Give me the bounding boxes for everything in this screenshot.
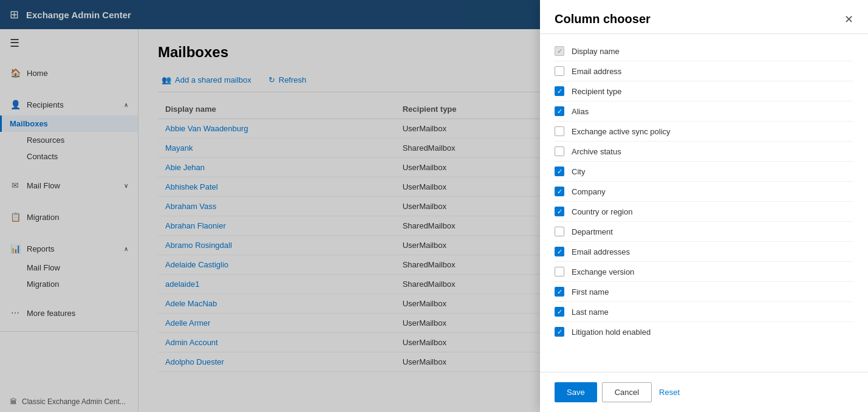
- cc-label-recipient-type: Recipient type: [572, 87, 621, 96]
- cc-label-last-name: Last name: [572, 307, 609, 317]
- cc-checkbox-recipient-type[interactable]: [555, 86, 564, 96]
- cc-checkbox-city[interactable]: [555, 167, 564, 176]
- cc-checkbox-archive-status[interactable]: [555, 146, 564, 156]
- cc-item: Archive status: [555, 142, 853, 162]
- cc-item: Email addresses: [555, 242, 853, 262]
- cc-label-email-address: Email address: [572, 67, 621, 76]
- cc-item: Alias: [555, 101, 853, 122]
- cc-header: Column chooser ✕: [540, 29, 868, 34]
- cc-label-department: Department: [572, 227, 613, 236]
- cc-checkbox-litigation-hold-enabled[interactable]: [555, 327, 564, 337]
- cc-checkbox-last-name[interactable]: [555, 307, 564, 317]
- column-chooser-panel: Column chooser ✕ Display name Email addr…: [540, 29, 868, 412]
- cc-checkbox-department[interactable]: [555, 227, 564, 236]
- cc-item: Exchange version: [555, 262, 853, 282]
- cc-item: Display name: [555, 41, 853, 61]
- cc-item: Litigation hold enabled: [555, 322, 853, 342]
- cc-label-exchange-version: Exchange version: [572, 267, 634, 276]
- cc-item: Company: [555, 182, 853, 202]
- cc-label-alias: Alias: [572, 107, 589, 116]
- cc-label-display-name: Display name: [572, 47, 620, 56]
- cc-item: Country or region: [555, 202, 853, 222]
- cc-item: City: [555, 162, 853, 182]
- cc-item: Department: [555, 222, 853, 242]
- cc-checkbox-company[interactable]: [555, 187, 564, 196]
- cc-body: Display name Email address Recipient typ…: [540, 34, 868, 372]
- cc-item: Recipient type: [555, 81, 853, 101]
- cc-cancel-button[interactable]: Cancel: [602, 382, 652, 402]
- cc-save-button[interactable]: Save: [555, 382, 597, 402]
- cc-checkbox-email-address[interactable]: [555, 66, 564, 76]
- cc-checkbox-country-or-region[interactable]: [555, 207, 564, 216]
- cc-footer: Save Cancel Reset: [540, 372, 868, 412]
- cc-label-city: City: [572, 167, 585, 176]
- cc-label-archive-status: Archive status: [572, 147, 621, 156]
- cc-item: Email address: [555, 61, 853, 81]
- cc-item: Last name: [555, 302, 853, 322]
- cc-item: First name: [555, 282, 853, 302]
- cc-label-first-name: First name: [572, 287, 609, 297]
- main-layout: ☰ 🏠 Home 👤 Recipients ∧ Mailboxes Resour…: [0, 29, 868, 412]
- cc-label-email-addresses: Email addresses: [572, 247, 630, 256]
- cc-label-exchange-active-sync-policy: Exchange active sync policy: [572, 127, 671, 136]
- cc-checkbox-display-name: [555, 46, 564, 56]
- cc-checkbox-exchange-version[interactable]: [555, 267, 564, 276]
- cc-checkbox-first-name[interactable]: [555, 287, 564, 297]
- cc-label-country-or-region: Country or region: [572, 207, 632, 216]
- cc-checkbox-alias[interactable]: [555, 106, 564, 116]
- cc-reset-button[interactable]: Reset: [657, 382, 682, 402]
- cc-checkbox-email-addresses[interactable]: [555, 247, 564, 256]
- cc-checkbox-exchange-active-sync-policy[interactable]: [555, 126, 564, 136]
- cc-label-litigation-hold-enabled: Litigation hold enabled: [572, 328, 651, 337]
- cc-label-company: Company: [572, 187, 606, 196]
- cc-item: Exchange active sync policy: [555, 122, 853, 142]
